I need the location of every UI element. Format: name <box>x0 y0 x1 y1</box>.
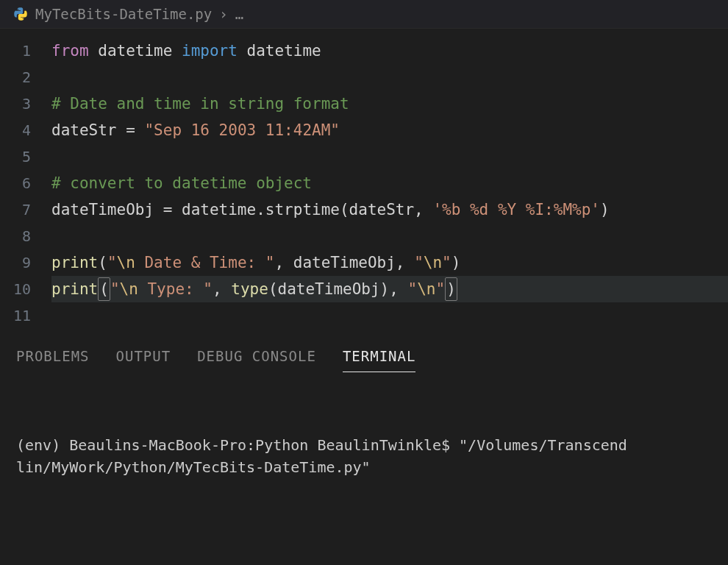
line-number: 7 <box>0 196 31 223</box>
line-number: 10 <box>0 276 31 302</box>
close-paren: ) <box>600 201 610 218</box>
string-text: Type: <box>138 280 204 298</box>
terminal-prompt-line: (env) Beaulins-MacBook-Pro:Python Beauli… <box>16 434 712 478</box>
code-line[interactable] <box>51 64 728 90</box>
escape-char: \n <box>417 280 435 298</box>
line-number: 2 <box>0 64 31 90</box>
string-literal: '%b %d %Y %I:%M%p' <box>432 201 600 218</box>
tab-terminal[interactable]: TERMINAL <box>343 348 416 372</box>
code-line[interactable]: dateTimeObj = datetime.strptime(dateStr,… <box>51 196 728 223</box>
breadcrumb-separator: › <box>219 6 227 22</box>
breadcrumb: MyTecBits-DateTime.py › … <box>0 0 728 29</box>
python-icon <box>13 7 28 21</box>
code-line[interactable] <box>51 223 728 249</box>
line-number: 11 <box>0 302 31 329</box>
module-name: datetime <box>98 42 172 60</box>
comma: , <box>213 280 231 298</box>
string-quote: " <box>265 254 275 271</box>
terminal-output[interactable]: (env) Beaulins-MacBook-Pro:Python Beauli… <box>0 372 728 565</box>
code-line[interactable] <box>51 143 728 170</box>
panel-tab-bar: PROBLEMS OUTPUT DEBUG CONSOLE TERMINAL <box>0 338 728 372</box>
code-line[interactable]: # convert to datetime object <box>51 170 728 196</box>
code-line[interactable]: from datetime import datetime <box>51 38 728 64</box>
string-quote: " <box>107 254 117 271</box>
escape-char: \n <box>117 254 135 271</box>
import-name: datetime <box>247 42 321 60</box>
breadcrumb-filename[interactable]: MyTecBits-DateTime.py <box>35 6 212 22</box>
bracket-match-close: ) <box>445 277 457 301</box>
line-number-gutter: 1 2 3 4 5 6 7 8 9 10 11 <box>0 38 51 329</box>
line-number: 3 <box>0 90 31 117</box>
tab-problems[interactable]: PROBLEMS <box>16 348 90 372</box>
function-type: type <box>231 280 268 298</box>
operator-equals: = <box>126 121 144 139</box>
line-number: 8 <box>0 223 31 249</box>
line-number: 4 <box>0 117 31 143</box>
tab-output[interactable]: OUTPUT <box>116 348 171 372</box>
terminal-blank <box>16 522 712 544</box>
open-paren: ( <box>98 254 107 271</box>
string-quote: " <box>408 280 418 298</box>
bracket-match-open: ( <box>98 277 110 301</box>
args: (dateTimeObj), <box>268 280 408 298</box>
code-line[interactable]: dateStr = "Sep 16 2003 11:42AM" <box>51 117 728 143</box>
space <box>89 42 99 60</box>
function-print: print <box>51 254 98 271</box>
string-quote: " <box>435 280 445 298</box>
string-quote: " <box>110 280 120 298</box>
keyword-from: from <box>51 42 89 60</box>
line-number: 5 <box>0 143 31 170</box>
variable: dateTimeObj <box>51 201 163 218</box>
keyword-import: import <box>182 42 238 60</box>
variable: dateStr <box>51 121 126 139</box>
comment: # Date and time in string format <box>51 95 349 113</box>
operator-equals: = <box>163 201 182 218</box>
tab-debug-console[interactable]: DEBUG CONSOLE <box>197 348 316 372</box>
code-editor[interactable]: 1 2 3 4 5 6 7 8 9 10 11 from datetime im… <box>0 29 728 329</box>
function-print: print <box>51 280 98 298</box>
code-area[interactable]: from datetime import datetime # Date and… <box>51 38 728 329</box>
string-literal: "Sep 16 2003 11:42AM" <box>144 121 340 139</box>
code-line[interactable] <box>51 302 728 329</box>
breadcrumb-trail[interactable]: … <box>235 6 243 22</box>
comment: # convert to datetime object <box>51 174 312 192</box>
string-text: Date & Time: <box>135 254 265 271</box>
args: , dateTimeObj, <box>275 254 415 271</box>
string-quote: " <box>442 254 452 271</box>
escape-char: \n <box>424 254 442 271</box>
code-line[interactable]: print("\n Type: ", type(dateTimeObj), "\… <box>51 276 728 302</box>
code-line[interactable]: print("\n Date & Time: ", dateTimeObj, "… <box>51 249 728 276</box>
line-number: 6 <box>0 170 31 196</box>
line-number: 1 <box>0 38 31 64</box>
space <box>172 42 182 60</box>
escape-char: \n <box>120 280 138 298</box>
string-quote: " <box>203 280 213 298</box>
line-number: 9 <box>0 249 31 276</box>
space <box>238 42 247 60</box>
code-line[interactable]: # Date and time in string format <box>51 90 728 117</box>
close-paren: ) <box>452 254 461 271</box>
string-quote: " <box>414 254 424 271</box>
call-expr: datetime.strptime(dateStr, <box>182 201 432 218</box>
